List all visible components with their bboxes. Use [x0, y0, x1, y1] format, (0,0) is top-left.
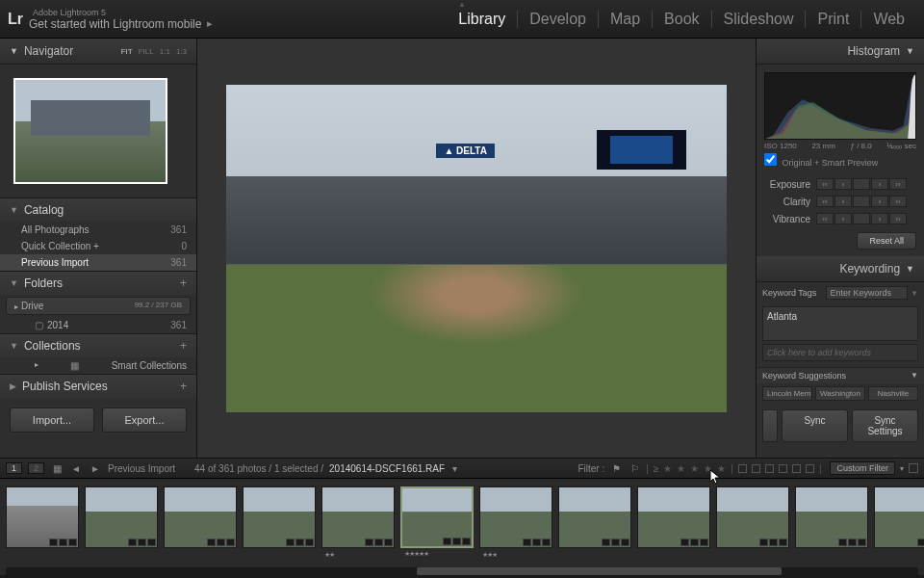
- filter-color-yellow[interactable]: [752, 464, 760, 473]
- adj-step-button[interactable]: [853, 213, 870, 224]
- filmstrip-thumb[interactable]: [795, 486, 868, 548]
- adj-step-button[interactable]: ‹: [834, 213, 852, 224]
- sync-settings-button[interactable]: Sync Settings: [852, 409, 918, 442]
- folder-row[interactable]: ▢2014 361: [0, 317, 196, 333]
- filmstrip-thumb[interactable]: [85, 486, 158, 548]
- keyword-box[interactable]: Atlanta: [762, 306, 918, 341]
- filter-lock-icon[interactable]: [909, 463, 918, 473]
- add-collection-icon[interactable]: +: [180, 339, 187, 353]
- zoom-fill[interactable]: FILL: [139, 47, 154, 56]
- scrollbar-thumb[interactable]: [417, 567, 782, 575]
- navigator-preview[interactable]: [13, 78, 167, 184]
- smart-collections-row[interactable]: ▸ ▦ Smart Collections: [0, 357, 196, 374]
- histogram-header[interactable]: Histogram ▼: [757, 39, 924, 65]
- catalog-row[interactable]: Previous Import361: [0, 254, 196, 271]
- histogram[interactable]: [764, 72, 916, 140]
- filter-color-blue[interactable]: [779, 464, 787, 473]
- filter-color-red[interactable]: [738, 464, 747, 473]
- flag-rejected-icon[interactable]: ⚐: [628, 463, 641, 474]
- filmstrip-scrollbar[interactable]: [6, 567, 918, 575]
- folders-header[interactable]: ▼ Folders +: [0, 272, 196, 295]
- file-dropdown-icon[interactable]: ▾: [452, 463, 457, 474]
- monitor-2[interactable]: 2: [28, 462, 44, 474]
- keyword-input[interactable]: Click here to add keywords: [762, 344, 918, 361]
- adj-step-button[interactable]: ‹: [834, 178, 852, 190]
- navigator-header[interactable]: ▼ Navigator FITFILL1:11:3: [0, 39, 196, 65]
- drive-row[interactable]: ▸Drive 99.2 / 237 GB: [6, 297, 191, 315]
- loupe-view[interactable]: ▲ DELTA: [197, 39, 756, 458]
- expand-top-icon[interactable]: ▲: [458, 0, 466, 9]
- filmstrip-thumb[interactable]: [637, 486, 710, 548]
- adj-step-button[interactable]: ››: [889, 178, 907, 190]
- adj-step-button[interactable]: ‹‹: [816, 213, 834, 224]
- catalog-row[interactable]: All Photographs361: [0, 222, 196, 238]
- filter-star-1[interactable]: ★: [663, 463, 672, 474]
- keyword-suggestions-header[interactable]: Keyword Suggestions▼: [757, 367, 924, 383]
- filmstrip-thumb[interactable]: ★★★: [479, 486, 552, 548]
- import-button[interactable]: Import...: [10, 407, 94, 433]
- preview-type[interactable]: Original + Smart Preview: [764, 153, 916, 168]
- app-tagline[interactable]: Get started with Lightroom mobile: [29, 17, 201, 31]
- filter-star-4[interactable]: ★: [704, 463, 712, 474]
- zoom-1-3[interactable]: 1:3: [176, 47, 187, 56]
- publish-header[interactable]: ▶ Publish Services +: [0, 375, 196, 398]
- filter-color-none[interactable]: [806, 464, 814, 473]
- sync-toggle[interactable]: [762, 409, 778, 442]
- adj-step-button[interactable]: ‹‹: [816, 178, 834, 190]
- forward-icon[interactable]: ►: [89, 463, 102, 474]
- adj-step-button[interactable]: [853, 196, 870, 207]
- monitor-1[interactable]: 1: [6, 462, 22, 474]
- keyword-suggestion[interactable]: Nashville: [868, 386, 918, 401]
- adj-step-button[interactable]: ›: [871, 178, 888, 190]
- adj-step-button[interactable]: ‹: [834, 196, 852, 207]
- nav-slideshow[interactable]: Slideshow: [712, 11, 807, 28]
- adj-step-button[interactable]: [853, 178, 870, 190]
- adj-step-button[interactable]: ›: [871, 213, 888, 224]
- filter-star-5[interactable]: ★: [717, 463, 726, 474]
- back-icon[interactable]: ◄: [69, 463, 83, 474]
- adj-step-button[interactable]: ››: [889, 213, 907, 224]
- keyword-tags-dropdown[interactable]: Enter Keywords: [826, 286, 909, 300]
- zoom-1-1[interactable]: 1:1: [160, 47, 170, 56]
- breadcrumb[interactable]: Previous Import: [108, 463, 175, 474]
- nav-web[interactable]: Web: [861, 11, 916, 28]
- filmstrip-thumb[interactable]: [716, 486, 789, 548]
- keyword-suggestion[interactable]: Washington: [815, 386, 865, 401]
- filter-star-2[interactable]: ★: [677, 463, 685, 474]
- adj-step-button[interactable]: ››: [889, 196, 907, 207]
- nav-develop[interactable]: Develop: [518, 11, 599, 28]
- nav-print[interactable]: Print: [806, 11, 861, 28]
- filter-color-green[interactable]: [765, 464, 774, 473]
- sync-button[interactable]: Sync: [782, 409, 848, 442]
- collections-header[interactable]: ▼ Collections +: [0, 334, 196, 357]
- filter-star-3[interactable]: ★: [690, 463, 699, 474]
- nav-book[interactable]: Book: [653, 11, 711, 28]
- filmstrip[interactable]: ★★★★★★★★★★: [0, 479, 924, 575]
- filmstrip-thumb[interactable]: [874, 486, 924, 548]
- catalog-header[interactable]: ▼ Catalog: [0, 198, 196, 222]
- filter-color-purple[interactable]: [792, 464, 801, 473]
- filmstrip-thumb[interactable]: ★★: [321, 486, 395, 548]
- custom-filter-dropdown[interactable]: Custom Filter: [830, 461, 895, 475]
- zoom-fit[interactable]: FIT: [121, 47, 133, 56]
- filmstrip-thumb[interactable]: [243, 486, 316, 548]
- catalog-row[interactable]: Quick Collection +0: [0, 238, 196, 254]
- add-folder-icon[interactable]: +: [180, 276, 187, 290]
- adj-step-button[interactable]: ›: [871, 196, 888, 207]
- nav-map[interactable]: Map: [599, 11, 653, 28]
- filmstrip-thumb[interactable]: [558, 486, 631, 548]
- current-file[interactable]: 20140614-DSCF1661.RAF: [329, 463, 445, 474]
- add-publish-icon[interactable]: +: [180, 380, 187, 393]
- filmstrip-thumb[interactable]: [164, 486, 237, 548]
- filmstrip-thumb[interactable]: [6, 486, 79, 548]
- adj-step-button[interactable]: ‹‹: [816, 196, 834, 207]
- filmstrip-thumb[interactable]: ★★★★★: [400, 486, 474, 548]
- keyword-suggestion[interactable]: Lincoln Mem...: [762, 386, 812, 401]
- reset-all-button[interactable]: Reset All: [857, 232, 916, 250]
- export-button[interactable]: Export...: [102, 407, 187, 433]
- flag-picked-icon[interactable]: ⚑: [609, 463, 623, 474]
- keywording-header[interactable]: Keywording ▼: [757, 256, 924, 282]
- nav-library[interactable]: Library: [447, 11, 518, 28]
- preview-checkbox[interactable]: [764, 153, 777, 166]
- grid-icon[interactable]: ▦: [50, 463, 64, 474]
